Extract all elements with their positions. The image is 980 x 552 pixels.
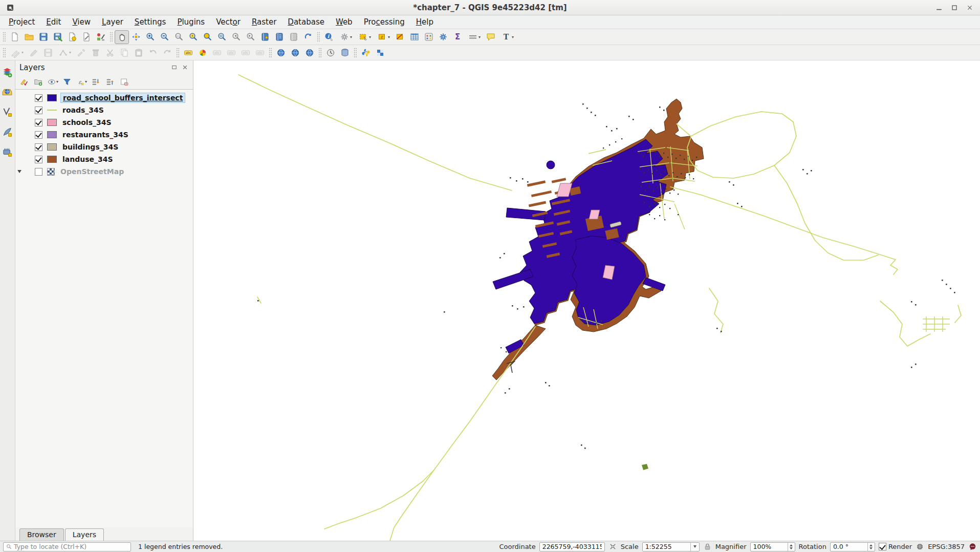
show-layout-manager-button[interactable]: [79, 30, 94, 44]
show-spatial-bookmarks-button[interactable]: [272, 30, 287, 44]
layer-row[interactable]: road_school_buffers_intersect: [15, 92, 193, 104]
scale-dropdown-arrow[interactable]: [690, 543, 699, 551]
layer-checkbox[interactable]: [35, 107, 42, 114]
cut-features-button[interactable]: [103, 46, 117, 59]
new-shapefile-layer-button[interactable]: [2, 107, 14, 119]
layer-checkbox[interactable]: [35, 168, 42, 176]
layer-labeling-button[interactable]: abc: [181, 46, 195, 59]
map-navigation-toolbar-grip[interactable]: [110, 32, 113, 42]
open-project-button[interactable]: [22, 30, 36, 44]
layer-tree[interactable]: road_school_buffers_intersectroads_34Ssc…: [15, 89, 193, 527]
zoom-next-button[interactable]: [244, 30, 258, 44]
close-panel-icon[interactable]: [181, 63, 189, 71]
crs-value[interactable]: EPSG:3857: [928, 543, 965, 550]
dropdown-arrow-icon[interactable]: ▾: [369, 35, 371, 39]
collapse-all-button[interactable]: [103, 76, 117, 88]
zoom-native-button[interactable]: 1:1: [172, 30, 186, 44]
dropdown-arrow-icon[interactable]: ▾: [388, 35, 390, 39]
save-layer-edits-button[interactable]: [41, 46, 55, 59]
render-toggle[interactable]: Render: [879, 543, 912, 550]
paste-features-button[interactable]: [132, 46, 146, 59]
layer-checkbox[interactable]: [35, 119, 42, 126]
render-checkbox[interactable]: [879, 543, 886, 550]
layer-row[interactable]: landuse_34S: [15, 153, 193, 165]
run-feature-action-button[interactable]: ▾: [336, 30, 355, 44]
attributes-toolbar-grip[interactable]: [317, 32, 320, 42]
identify-features-button[interactable]: i: [322, 30, 336, 44]
select-features-button[interactable]: ▾: [355, 30, 374, 44]
menu-item-web[interactable]: Web: [330, 16, 358, 28]
geocoder-button[interactable]: [288, 46, 302, 59]
change-label-button[interactable]: abc: [253, 46, 267, 59]
menu-item-project[interactable]: Project: [3, 16, 40, 28]
magnifier-input[interactable]: [751, 543, 788, 550]
map-tips-button[interactable]: [484, 30, 498, 44]
zoom-to-selection-button[interactable]: [201, 30, 215, 44]
locator-input[interactable]: [14, 543, 128, 550]
zoom-to-layer-button[interactable]: [215, 30, 229, 44]
scale-input[interactable]: [643, 543, 690, 550]
dropdown-arrow-icon[interactable]: ▾: [350, 35, 352, 39]
menu-item-view[interactable]: View: [67, 16, 96, 28]
coordinate-extent-toggle-icon[interactable]: [608, 542, 617, 551]
layer-row[interactable]: roads_34S: [15, 104, 193, 116]
rotation-input[interactable]: [831, 543, 867, 550]
db-manager-button[interactable]: [338, 46, 352, 59]
layer-checkbox[interactable]: [35, 156, 42, 163]
copy-features-button[interactable]: [117, 46, 132, 59]
add-group-button[interactable]: [32, 76, 45, 88]
web-services-button[interactable]: [302, 46, 317, 59]
layer-checkbox[interactable]: [35, 94, 42, 102]
labeling-toolbar-grip[interactable]: [176, 48, 180, 58]
remove-layer-button[interactable]: [118, 76, 131, 88]
vertex-tool-button[interactable]: ▾: [55, 46, 74, 59]
digitizing-toolbar-grip[interactable]: [3, 48, 6, 58]
delete-selected-button[interactable]: [89, 46, 103, 59]
project-toolbar-grip[interactable]: [3, 32, 6, 42]
menu-item-processing[interactable]: Processing: [358, 16, 410, 28]
messages-icon[interactable]: [968, 542, 977, 551]
menu-item-plugins[interactable]: Plugins: [171, 16, 210, 28]
python-console-button[interactable]: [359, 46, 373, 59]
minimize-button[interactable]: [935, 4, 943, 12]
refresh-map-button[interactable]: [301, 30, 315, 44]
layer-row[interactable]: schools_34S: [15, 116, 193, 129]
new-print-layout-button[interactable]: [65, 30, 79, 44]
coordinate-box[interactable]: [539, 542, 605, 551]
add-vector-layer-button[interactable]: [2, 87, 14, 99]
layer-row[interactable]: OpenStreetMap: [15, 165, 193, 178]
save-project-as-button[interactable]: [51, 30, 65, 44]
database-toolbar-grip[interactable]: [318, 48, 322, 58]
plugins-toolbar-grip[interactable]: [354, 48, 357, 58]
menu-item-vector[interactable]: Vector: [210, 16, 246, 28]
tab-layers[interactable]: Layers: [65, 528, 104, 541]
move-label-button[interactable]: abc: [238, 46, 253, 59]
new-spatial-bookmark-button[interactable]: [258, 30, 272, 44]
dropdown-arrow-icon[interactable]: ▾: [512, 35, 514, 39]
dropdown-arrow-icon[interactable]: ▾: [478, 35, 481, 39]
menu-item-settings[interactable]: Settings: [129, 16, 172, 28]
show-bookmark-manager-button[interactable]: [287, 30, 301, 44]
layer-row[interactable]: buildings_34S: [15, 141, 193, 153]
zoom-last-button[interactable]: [229, 30, 244, 44]
zoom-full-button[interactable]: [186, 30, 201, 44]
magnifier-spin-arrows[interactable]: [788, 543, 795, 551]
measure-line-button[interactable]: ▾: [465, 30, 484, 44]
text-annotation-button[interactable]: T▾: [498, 30, 517, 44]
open-layer-styling-button[interactable]: [17, 76, 31, 88]
data-source-manager-button[interactable]: [2, 67, 14, 79]
expander-icon[interactable]: [15, 170, 24, 173]
float-panel-icon[interactable]: [170, 63, 178, 71]
close-button[interactable]: [966, 4, 974, 12]
maximize-button[interactable]: [950, 4, 959, 12]
select-by-expression-button[interactable]: ε▾: [374, 30, 393, 44]
map-canvas[interactable]: [193, 60, 980, 541]
dropdown-arrow-icon[interactable]: ▾: [69, 50, 71, 55]
menu-item-raster[interactable]: Raster: [246, 16, 282, 28]
layer-diagrams-button[interactable]: [195, 46, 210, 59]
expand-all-button[interactable]: [89, 76, 102, 88]
menu-item-database[interactable]: Database: [282, 16, 330, 28]
processing-toolbox-button[interactable]: [436, 30, 450, 44]
undo-button[interactable]: [146, 46, 160, 59]
osm-place-search-button[interactable]: [373, 46, 387, 59]
